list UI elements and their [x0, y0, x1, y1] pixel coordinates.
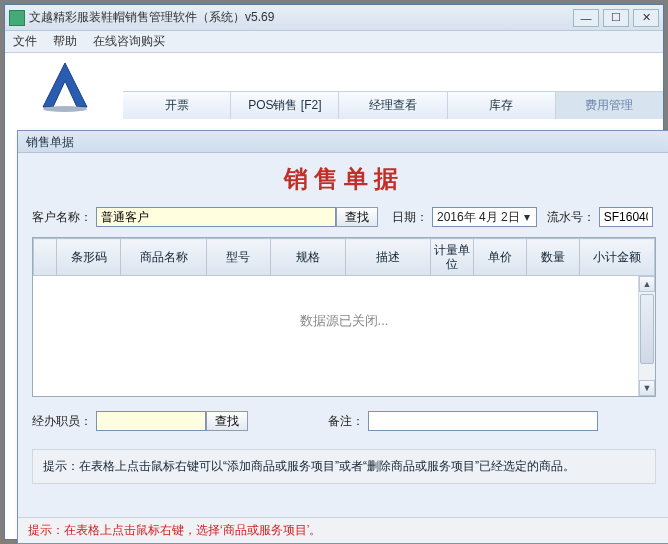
datasource-closed-msg: 数据源已关闭... [33, 312, 655, 330]
app-icon [9, 10, 25, 26]
dialog-title: 销售单据 [18, 131, 668, 153]
col-unit[interactable]: 计量单位 [430, 239, 473, 276]
customer-find-button[interactable]: 查找 [336, 207, 378, 227]
clerk-row: 经办职员： 查找 备注： [18, 407, 668, 435]
main-toolbar: 开票 POS销售 [F2] 经理查看 库存 费用管理 [123, 91, 663, 119]
remark-input[interactable] [368, 411, 598, 431]
hint-status-bar: 提示：在表格上点击鼠标右键，选择‘商品或服务项目’。 [18, 517, 668, 543]
date-label: 日期： [392, 209, 428, 226]
clerk-find-button[interactable]: 查找 [206, 411, 248, 431]
main-window: 文越精彩服装鞋帽销售管理软件（系统）v5.69 — ☐ ✕ 文件 帮助 在线咨询… [4, 4, 664, 540]
page-heading: 销售单据 [18, 153, 668, 203]
col-barcode[interactable]: 条形码 [57, 239, 121, 276]
items-table-header: 条形码 商品名称 型号 规格 描述 计量单位 单价 数量 小计金额 [33, 238, 655, 276]
customer-label: 客户名称： [32, 209, 92, 226]
items-table: 条形码 商品名称 型号 规格 描述 计量单位 单价 数量 小计金额 数据源已关闭… [32, 237, 656, 397]
col-product-name[interactable]: 商品名称 [121, 239, 206, 276]
vertical-scrollbar[interactable]: ▲ ▼ [638, 276, 655, 396]
serial-label: 流水号： [547, 209, 595, 226]
tab-expense[interactable]: 费用管理 [556, 92, 663, 119]
col-model[interactable]: 型号 [206, 239, 270, 276]
scroll-thumb[interactable] [640, 294, 654, 364]
customer-input[interactable] [96, 207, 336, 227]
minimize-button[interactable]: — [573, 9, 599, 27]
remark-label: 备注： [328, 413, 364, 430]
col-desc[interactable]: 描述 [345, 239, 430, 276]
header-area: 开票 POS销售 [F2] 经理查看 库存 费用管理 [5, 53, 663, 119]
tab-manager-view[interactable]: 经理查看 [339, 92, 447, 119]
menu-help[interactable]: 帮助 [53, 33, 77, 50]
tab-inventory[interactable]: 库存 [448, 92, 556, 119]
col-qty[interactable]: 数量 [526, 239, 579, 276]
serial-input[interactable] [599, 207, 653, 227]
date-picker[interactable]: 2016年 4月 2日 ▾ [432, 207, 537, 227]
hint-context-menu: 提示：在表格上点击鼠标右键可以“添加商品或服务项目”或者“删除商品或服务项目”已… [32, 449, 656, 484]
date-value: 2016年 4月 2日 [437, 209, 520, 226]
menu-buy-online[interactable]: 在线咨询购买 [93, 33, 165, 50]
close-button[interactable]: ✕ [633, 9, 659, 27]
sales-receipt-dialog: 销售单据 销售单据 客户名称： 查找 日期： 2016年 4月 2日 ▾ 流水号… [17, 130, 668, 544]
col-selector[interactable] [34, 239, 57, 276]
col-price[interactable]: 单价 [473, 239, 526, 276]
clerk-input[interactable] [96, 411, 206, 431]
scroll-up-icon[interactable]: ▲ [639, 276, 655, 292]
tab-pos-sale[interactable]: POS销售 [F2] [231, 92, 339, 119]
menu-file[interactable]: 文件 [13, 33, 37, 50]
menubar: 文件 帮助 在线咨询购买 [5, 31, 663, 53]
customer-row: 客户名称： 查找 日期： 2016年 4月 2日 ▾ 流水号： [18, 203, 668, 231]
table-body[interactable]: 数据源已关闭... ▲ ▼ [33, 276, 655, 396]
window-title: 文越精彩服装鞋帽销售管理软件（系统）v5.69 [29, 9, 569, 26]
col-spec[interactable]: 规格 [270, 239, 345, 276]
app-logo [35, 57, 95, 113]
titlebar: 文越精彩服装鞋帽销售管理软件（系统）v5.69 — ☐ ✕ [5, 5, 663, 31]
scroll-down-icon[interactable]: ▼ [639, 380, 655, 396]
chevron-down-icon[interactable]: ▾ [520, 210, 534, 224]
maximize-button[interactable]: ☐ [603, 9, 629, 27]
clerk-label: 经办职员： [32, 413, 92, 430]
col-subtotal[interactable]: 小计金额 [580, 239, 655, 276]
svg-point-0 [43, 106, 87, 112]
tab-kaipiao[interactable]: 开票 [123, 92, 231, 119]
